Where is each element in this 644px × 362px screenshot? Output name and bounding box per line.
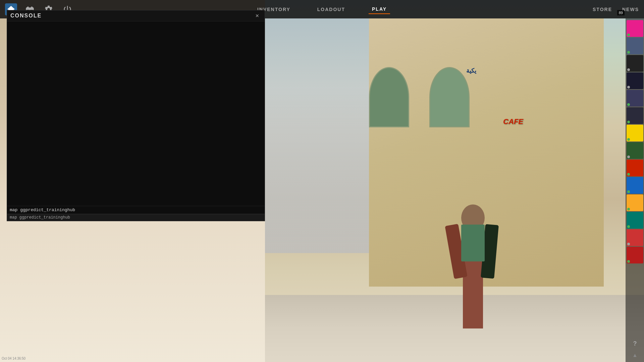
console-header: CONSOLE ✕ [7,10,265,21]
status-dot-3 [627,68,630,71]
status-dot-6 [627,121,630,123]
autocomplete-suggestion[interactable]: map ggpredict_traininghub [10,215,262,220]
sidebar-bottom: ? ▲ [627,339,643,360]
avatar-1[interactable] [627,20,643,37]
nav-news[interactable]: NEWS [622,7,639,12]
avatar-2[interactable] [627,38,643,54]
status-dot-1 [627,34,630,36]
arabic-sign: يكية [466,67,476,74]
nav-center: INVENTORY LOADOUT PLAY [254,5,390,14]
status-dot-12 [627,225,630,228]
status-dot-10 [627,190,630,193]
avatar-12[interactable] [627,212,643,229]
console-autocomplete: map ggpredict_traininghub [7,214,265,221]
status-dot-4 [627,86,630,88]
right-sidebar: ? ▲ [626,18,644,362]
avatar-8[interactable] [627,142,643,159]
status-dot-11 [627,208,630,210]
avatar-4[interactable] [627,72,643,89]
nav-right: STORE NEWS [593,7,639,12]
status-dot-5 [627,103,630,106]
console-close-button[interactable]: ✕ [253,12,261,19]
avatar-11[interactable] [627,194,643,211]
status-dot-14 [627,260,630,263]
console-title: CONSOLE [10,13,42,19]
nav-store[interactable]: STORE [593,7,612,12]
status-dot-8 [627,156,630,158]
status-dot-9 [627,173,630,176]
cafe-sign: CAFE [503,117,523,126]
avatar-10[interactable] [627,177,643,194]
console-input-line [10,207,262,213]
bottom-status: Oct 04 14:36:50 [2,357,25,360]
player-count-badge: 89 [617,10,625,15]
avatar-13[interactable] [627,229,643,246]
console-panel: CONSOLE ✕ map ggpredict_traininghub [7,10,265,221]
status-dot-7 [627,138,630,141]
avatar-9[interactable] [627,160,643,176]
console-output [7,21,265,206]
status-dot-2 [627,51,630,54]
help-button[interactable]: ? [627,339,643,349]
nav-play[interactable]: PLAY [369,5,390,14]
status-dot-13 [627,243,630,245]
scroll-up-icon[interactable]: ▲ [627,350,643,360]
avatar-7[interactable] [627,125,643,141]
avatar-14[interactable] [627,247,643,263]
console-input-field[interactable] [10,207,262,213]
avatar-5[interactable] [627,90,643,107]
avatar-3[interactable] [627,55,643,72]
console-input-area [7,206,265,214]
nav-loadout[interactable]: LOADOUT [314,5,348,14]
avatar-6[interactable] [627,107,643,124]
